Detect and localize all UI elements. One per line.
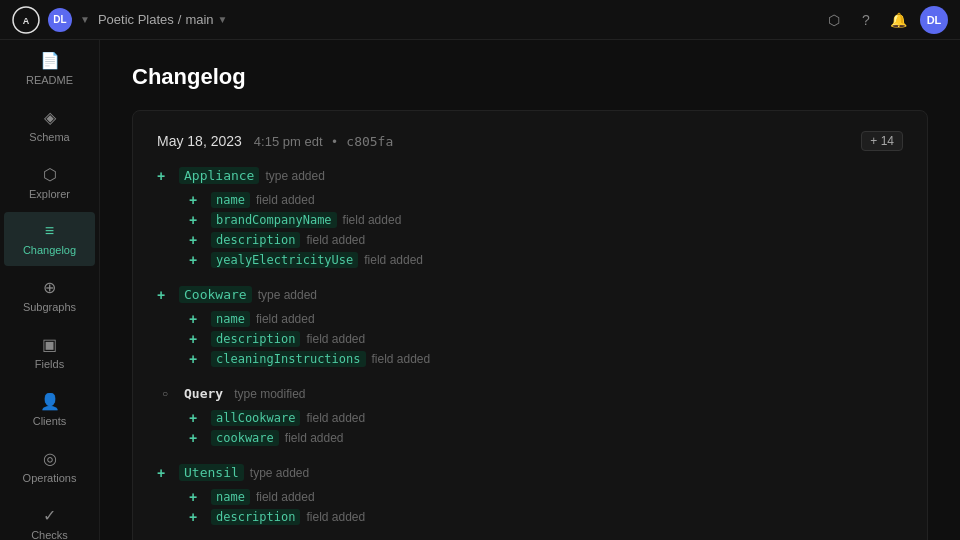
changelog-meta: 4:15 pm edt • c805fa bbox=[254, 134, 393, 149]
sidebar-item-clients[interactable]: 👤 Clients bbox=[4, 382, 95, 437]
field-status-label: field added bbox=[306, 510, 365, 524]
changelog-time: 4:15 pm edt bbox=[254, 134, 323, 149]
field-badge: description bbox=[211, 232, 300, 248]
field-row: +descriptionfield added bbox=[189, 507, 903, 527]
branch-name: main bbox=[185, 12, 213, 27]
field-plus-icon: + bbox=[189, 351, 205, 367]
field-row: +allCookwarefield added bbox=[189, 408, 903, 428]
type-badge: Query bbox=[179, 385, 228, 402]
field-rows: +namefield added+brandCompanyNamefield a… bbox=[157, 190, 903, 270]
field-badge: description bbox=[211, 509, 300, 525]
subgraphs-icon: ⊕ bbox=[43, 278, 56, 297]
sidebar-label-fields: Fields bbox=[35, 358, 64, 370]
field-row: +cookwarefield added bbox=[189, 428, 903, 448]
help-icon[interactable]: ? bbox=[856, 10, 876, 30]
field-row: +cleaningInstructionsfield added bbox=[189, 349, 903, 369]
breadcrumb: Poetic Plates / main ▼ bbox=[98, 12, 228, 27]
field-plus-icon: + bbox=[189, 232, 205, 248]
search-icon[interactable]: ⬡ bbox=[824, 10, 844, 30]
main-content: Changelog May 18, 2023 4:15 pm edt • c80… bbox=[100, 40, 960, 540]
fields-icon: ▣ bbox=[42, 335, 57, 354]
plus-icon: + bbox=[157, 168, 173, 184]
changelog-header: May 18, 2023 4:15 pm edt • c805fa + 14 bbox=[157, 131, 903, 151]
sidebar-item-schema[interactable]: ◈ Schema bbox=[4, 98, 95, 153]
checks-icon: ✓ bbox=[43, 506, 56, 525]
sidebar-label-subgraphs: Subgraphs bbox=[23, 301, 76, 313]
field-row: +descriptionfield added bbox=[189, 329, 903, 349]
sidebar-label-operations: Operations bbox=[23, 472, 77, 484]
type-sections: +Appliancetype added+namefield added+bra… bbox=[157, 167, 903, 527]
type-header: +Appliancetype added bbox=[157, 167, 903, 184]
sidebar-item-fields[interactable]: ▣ Fields bbox=[4, 325, 95, 380]
sidebar-item-readme[interactable]: 📄 README bbox=[4, 41, 95, 96]
svg-text:A: A bbox=[23, 16, 30, 26]
type-header: ○Querytype modified bbox=[157, 385, 903, 402]
type-section: ○Querytype modified+allCookwarefield add… bbox=[157, 385, 903, 448]
type-badge: Utensil bbox=[179, 464, 244, 481]
field-badge: name bbox=[211, 311, 250, 327]
type-label: type modified bbox=[234, 387, 305, 401]
field-row: +namefield added bbox=[189, 309, 903, 329]
readme-icon: 📄 bbox=[40, 51, 60, 70]
field-badge: cleaningInstructions bbox=[211, 351, 366, 367]
bell-icon[interactable]: 🔔 bbox=[888, 10, 908, 30]
operations-icon: ◎ bbox=[43, 449, 57, 468]
type-section: +Utensiltype added+namefield added+descr… bbox=[157, 464, 903, 527]
sidebar-label-changelog: Changelog bbox=[23, 244, 76, 256]
field-status-label: field added bbox=[285, 431, 344, 445]
field-badge: cookware bbox=[211, 430, 279, 446]
field-row: +brandCompanyNamefield added bbox=[189, 210, 903, 230]
sidebar-item-checks[interactable]: ✓ Checks bbox=[4, 496, 95, 540]
user-menu[interactable]: DL bbox=[920, 6, 948, 34]
field-plus-icon: + bbox=[189, 331, 205, 347]
circle-icon: ○ bbox=[157, 388, 173, 399]
plus-icon: + bbox=[157, 465, 173, 481]
topbar-chevron: ▼ bbox=[80, 14, 90, 25]
expand-button[interactable]: + 14 bbox=[861, 131, 903, 151]
field-status-label: field added bbox=[306, 411, 365, 425]
field-badge: name bbox=[211, 489, 250, 505]
type-label: type added bbox=[258, 288, 317, 302]
field-plus-icon: + bbox=[189, 252, 205, 268]
field-rows: +namefield added+descriptionfield added bbox=[157, 487, 903, 527]
field-plus-icon: + bbox=[189, 410, 205, 426]
sidebar: 📄 README ◈ Schema ⬡ Explorer ≡ Changelog… bbox=[0, 0, 100, 540]
sidebar-label-schema: Schema bbox=[29, 131, 69, 143]
field-badge: allCookware bbox=[211, 410, 300, 426]
type-header: +Cookwaretype added bbox=[157, 286, 903, 303]
project-name: Poetic Plates bbox=[98, 12, 174, 27]
field-status-label: field added bbox=[256, 312, 315, 326]
sidebar-item-subgraphs[interactable]: ⊕ Subgraphs bbox=[4, 268, 95, 323]
changelog-hash: c805fa bbox=[346, 134, 393, 149]
field-status-label: field added bbox=[372, 352, 431, 366]
field-plus-icon: + bbox=[189, 212, 205, 228]
sidebar-item-changelog[interactable]: ≡ Changelog bbox=[4, 212, 95, 266]
field-badge: name bbox=[211, 192, 250, 208]
field-plus-icon: + bbox=[189, 430, 205, 446]
sidebar-item-operations[interactable]: ◎ Operations bbox=[4, 439, 95, 494]
expand-count: + 14 bbox=[870, 134, 894, 148]
branch-chevron: ▼ bbox=[218, 14, 228, 25]
sidebar-item-explorer[interactable]: ⬡ Explorer bbox=[4, 155, 95, 210]
field-row: +descriptionfield added bbox=[189, 230, 903, 250]
topbar-right: ⬡ ? 🔔 DL bbox=[824, 6, 948, 34]
type-badge: Cookware bbox=[179, 286, 252, 303]
plus-icon: + bbox=[157, 287, 173, 303]
topbar: A DL ▼ Poetic Plates / main ▼ ⬡ ? 🔔 DL bbox=[0, 0, 960, 40]
type-badge: Appliance bbox=[179, 167, 259, 184]
topbar-left: A DL ▼ Poetic Plates / main ▼ bbox=[12, 6, 228, 34]
field-status-label: field added bbox=[364, 253, 423, 267]
explorer-icon: ⬡ bbox=[43, 165, 57, 184]
field-badge: brandCompanyName bbox=[211, 212, 337, 228]
type-section: +Cookwaretype added+namefield added+desc… bbox=[157, 286, 903, 369]
apollo-logo[interactable]: A bbox=[12, 6, 40, 34]
sidebar-label-readme: README bbox=[26, 74, 73, 86]
type-header: +Utensiltype added bbox=[157, 464, 903, 481]
field-status-label: field added bbox=[343, 213, 402, 227]
type-section: +Appliancetype added+namefield added+bra… bbox=[157, 167, 903, 270]
schema-icon: ◈ bbox=[44, 108, 56, 127]
page-title: Changelog bbox=[132, 64, 928, 90]
field-row: +namefield added bbox=[189, 190, 903, 210]
field-plus-icon: + bbox=[189, 509, 205, 525]
changelog-card: May 18, 2023 4:15 pm edt • c805fa + 14 +… bbox=[132, 110, 928, 540]
